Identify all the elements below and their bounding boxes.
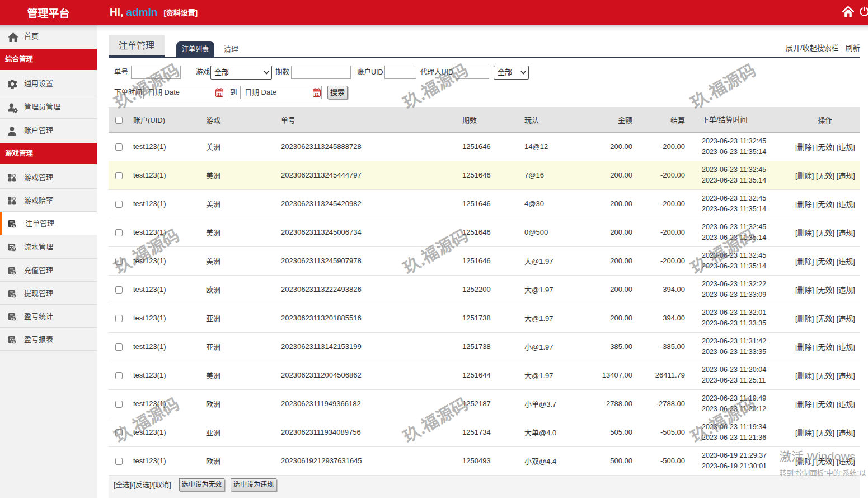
svg-text:31: 31 (315, 92, 319, 96)
svg-text:31: 31 (217, 92, 222, 96)
